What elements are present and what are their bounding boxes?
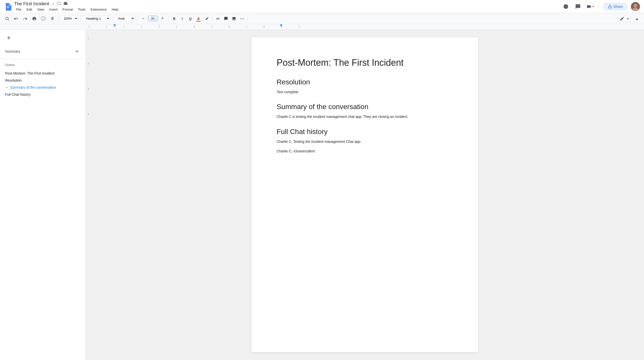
print-icon[interactable]	[30, 15, 38, 23]
folder-icon[interactable]	[57, 1, 61, 7]
sidebar: Summary + Outline Post-Mortem: The First…	[0, 30, 86, 360]
document-page[interactable]: Post-Mortem: The First Incident Resoluti…	[251, 37, 478, 352]
menu-insert[interactable]: Insert	[47, 7, 60, 12]
menu-bar: File Edit View Insert Format Tools Exten…	[14, 7, 559, 12]
left-margin: 1 2 3 4	[86, 30, 91, 360]
section-body-summary: Charlie C is testing the incident manage…	[277, 114, 453, 119]
font-size-input[interactable]	[148, 16, 157, 21]
title-actions: ▾ Share	[561, 2, 640, 11]
back-button[interactable]	[5, 34, 13, 42]
italic-button[interactable]: I	[179, 15, 186, 22]
link-button[interactable]	[214, 15, 221, 22]
title-bar: The First Incident ☆ File Edit View Inse…	[0, 0, 644, 13]
menu-view[interactable]: View	[35, 7, 46, 12]
svg-rect-2	[7, 7, 10, 7]
menu-edit[interactable]: Edit	[24, 7, 34, 12]
section-heading-chat: Full Chat history	[277, 128, 453, 136]
outline-label: Outline	[5, 63, 80, 67]
paint-format-icon[interactable]	[48, 15, 56, 23]
title-section: The First Incident ☆ File Edit View Inse…	[14, 1, 559, 12]
separator-6	[212, 16, 212, 22]
decrease-font-icon[interactable]: −	[139, 15, 147, 23]
outline-item-resolution[interactable]: Resolution	[5, 77, 80, 84]
history-icon[interactable]	[561, 2, 570, 11]
image-button[interactable]	[230, 15, 238, 22]
more-options-button[interactable]: ⋯	[239, 15, 246, 22]
menu-format[interactable]: Format	[61, 7, 75, 12]
meet-icon[interactable]: ▾	[586, 2, 595, 11]
section-heading-resolution: Resolution	[277, 78, 453, 86]
doc-main-title: Post-Mortem: The First Incident	[277, 57, 453, 68]
separator-2	[80, 16, 81, 22]
add-summary-button[interactable]: +	[73, 48, 80, 55]
doc-title: The First Incident	[14, 1, 49, 7]
summary-label: Summary	[5, 49, 20, 53]
menu-help[interactable]: Help	[110, 7, 121, 12]
svg-rect-3	[7, 8, 9, 8]
toolbar: 100% Heading 1 Arial − + B I U A ⋯ ▾ ▲	[0, 13, 644, 24]
separator-4	[137, 16, 137, 22]
google-docs-icon	[4, 3, 12, 11]
star-icon[interactable]: ☆	[51, 2, 55, 6]
text-color-button[interactable]: A	[195, 15, 202, 22]
main-content: Summary + Outline Post-Mortem: The First…	[0, 30, 644, 360]
menu-file[interactable]: File	[14, 7, 23, 12]
search-icon[interactable]	[3, 15, 11, 23]
bold-button[interactable]: B	[171, 15, 178, 22]
spellcheck-icon[interactable]	[39, 15, 47, 23]
outline-item-title[interactable]: Post-Mortem: The First Incident	[5, 70, 80, 77]
edit-mode-icon[interactable]	[618, 15, 626, 23]
outline-item-chat[interactable]: Full Chat history	[5, 91, 80, 98]
section-heading-summary: Summary of the conversation	[277, 103, 453, 111]
share-label: Share	[613, 5, 623, 9]
section-body-resolution: Test complete	[277, 89, 453, 95]
menu-tools[interactable]: Tools	[76, 7, 87, 12]
comment-icon[interactable]	[573, 2, 582, 11]
sidebar-header	[0, 30, 85, 46]
avatar[interactable]	[631, 2, 640, 11]
ruler: 1|2|3|4|5|6|7	[0, 24, 644, 30]
separator-1	[58, 16, 59, 22]
undo-icon[interactable]	[12, 15, 20, 23]
summary-section: Summary +	[0, 46, 85, 59]
separator-7	[248, 16, 248, 22]
separator-5	[168, 16, 169, 22]
menu-extensions[interactable]: Extensions	[89, 7, 109, 12]
underline-button[interactable]: U	[187, 15, 194, 22]
cloud-icon	[63, 1, 68, 7]
share-button[interactable]: Share	[603, 3, 628, 11]
svg-rect-1	[7, 6, 10, 7]
highlight-button[interactable]	[203, 15, 210, 22]
collapse-icon[interactable]: ▲	[633, 15, 641, 23]
increase-font-icon[interactable]: +	[158, 15, 166, 23]
style-select[interactable]: Heading 1	[83, 16, 110, 21]
svg-point-6	[634, 4, 637, 7]
section-body-chat-line2: Charlie C: /closeIncident	[277, 148, 453, 154]
font-select[interactable]: Arial	[115, 16, 135, 21]
zoom-select[interactable]: 100%	[61, 16, 78, 21]
page-area: 1 2 3 4 Post-Mortem: The First Incident …	[86, 30, 644, 360]
separator-3	[112, 16, 113, 22]
section-body-chat-line1: Charlie C: Testing the incident manageme…	[277, 139, 453, 144]
comment-toolbar-button[interactable]	[222, 15, 229, 22]
outline-item-summary[interactable]: Summary of the conversation	[5, 84, 80, 91]
redo-icon[interactable]	[21, 15, 29, 23]
outline-section: Outline Post-Mortem: The First Incident …	[0, 59, 85, 102]
